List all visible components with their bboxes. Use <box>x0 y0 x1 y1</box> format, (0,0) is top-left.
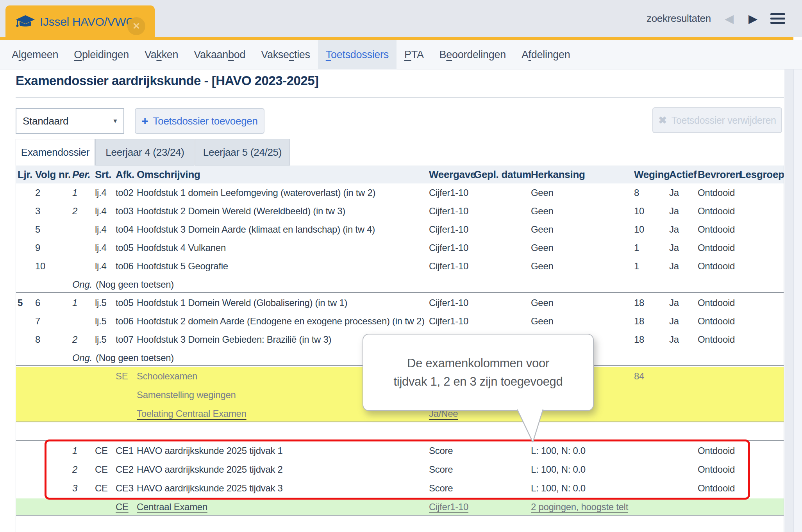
cell-oms[interactable]: Toelating Centraal Examen <box>137 404 246 423</box>
cell-per: 2 <box>72 330 77 349</box>
cell-actief: Ja <box>669 202 679 220</box>
cell-oms: Hoofdstuk 3 Domein Gebieden: Brazilië (i… <box>137 330 331 349</box>
cell-bevroren: Ontdooid <box>698 183 735 202</box>
table-row: CECentraal ExamenCijfer1-102 pogingen, h… <box>16 498 784 516</box>
cell-bevroren: Ontdooid <box>698 441 735 460</box>
tab-examendossier[interactable]: Examendossier <box>16 139 95 165</box>
cell-herk[interactable]: 2 pogingen, hoogste telt <box>531 498 628 516</box>
next-result-icon[interactable]: ▶ <box>748 0 757 37</box>
cell-afk: to06 <box>116 257 134 275</box>
graduation-cap-icon <box>16 15 35 34</box>
cell-per: Ong. <box>72 275 92 294</box>
nav-item-beoordelingen[interactable]: Beoordelingen <box>432 40 514 69</box>
vertical-scrollbar[interactable] <box>793 69 802 532</box>
col-header-srt: Srt. <box>95 165 111 183</box>
cell-weergave: Score <box>429 460 453 479</box>
cell-srt: lj.4 <box>95 202 106 220</box>
cell-per: 1 <box>72 294 77 312</box>
nav-item-toetsdossiers[interactable]: Toetsdossiers <box>318 40 397 69</box>
cell-volg: 6 <box>35 294 40 312</box>
cell-bevroren: Ontdooid <box>698 238 735 257</box>
cell-actief: Ja <box>669 183 679 202</box>
tab-leerjaar-5[interactable]: Leerjaar 5 (24/25) <box>195 139 290 165</box>
dossier-type-value: Standaard <box>23 109 68 133</box>
cell-per: 2 <box>72 460 77 479</box>
col-header-lesgroep: Lesgroep <box>739 165 784 183</box>
cell-herk: Geen <box>531 202 554 220</box>
cell-oms[interactable]: Centraal Examen <box>137 498 207 516</box>
cell-srt: lj.5 <box>95 294 106 312</box>
cell-per: 1 <box>72 441 77 460</box>
table-row: 2CECE2HAVO aardrijkskunde 2025 tijdvak 2… <box>16 460 784 479</box>
nav-item-algemeen[interactable]: Algemeen <box>4 40 66 69</box>
cell-weergave[interactable]: Cijfer1-10 <box>429 498 468 516</box>
session-tab[interactable]: IJssel HAVO/VWO ✕ <box>5 5 155 40</box>
cell-oms: Schoolexamen <box>137 367 197 386</box>
cell-herk: Geen <box>531 238 554 257</box>
cell-herk: L: 100, N: 0.0 <box>531 479 586 498</box>
cell-oms: HAVO aardrijkskunde 2025 tijdvak 2 <box>137 460 283 479</box>
cell-per: 2 <box>72 202 77 220</box>
cell-weging: 8 <box>634 183 639 202</box>
table-section-centraal-examen: CECentraal ExamenCijfer1-102 pogingen, h… <box>16 498 784 516</box>
table-row: 7lj.5to06Hoofdstuk 2 domein Aarde (Endog… <box>16 312 784 330</box>
cell-afk: to05 <box>116 294 134 312</box>
col-header-ljr: Ljr. <box>18 165 32 183</box>
nav-item-opleidingen[interactable]: Opleidingen <box>66 40 137 69</box>
cell-volg: 5 <box>35 220 40 238</box>
col-header-herkansing: Herkansing <box>531 165 585 183</box>
delete-toetsdossier-button[interactable]: ✖ Toetsdossier verwijderen <box>652 107 782 133</box>
cell-weging: 18 <box>634 294 644 312</box>
cell-srt: lj.4 <box>95 257 106 275</box>
nav-item-pta[interactable]: PTA <box>397 40 432 69</box>
cell-herk: L: 100, N: 0.0 <box>531 460 586 479</box>
search-results-label: zoekresultaten <box>647 0 711 37</box>
cell-weging: 18 <box>634 330 644 349</box>
table-section-spacer <box>16 423 784 441</box>
cell-herk: Geen <box>531 257 554 275</box>
col-header-actief: Actief <box>669 165 697 183</box>
cell-afk: CE3 <box>116 479 134 498</box>
cell-afk[interactable]: CE <box>116 498 129 516</box>
table-row: 3CECE3HAVO aardrijkskunde 2025 tijdvak 3… <box>16 479 784 498</box>
chevron-down-icon: ▼ <box>112 109 118 133</box>
cell-herk: Geen <box>531 183 554 202</box>
cell-herk: Geen <box>531 312 554 330</box>
menu-icon[interactable] <box>770 13 785 24</box>
add-toetsdossier-button[interactable]: + Toetsdossier toevoegen <box>135 108 264 134</box>
col-header-per: Per. <box>72 165 91 183</box>
nav-item-vakken[interactable]: Vakken <box>137 40 186 69</box>
cell-weging: 1 <box>634 238 639 257</box>
nav-item-vakaanbod[interactable]: Vakaanbod <box>186 40 253 69</box>
cell-bevroren: Ontdooid <box>698 220 735 238</box>
page-title: Examendossier aardrijkskunde - [HAVO 202… <box>16 73 319 88</box>
tab-leerjaar-4[interactable]: Leerjaar 4 (23/24) <box>95 139 195 165</box>
cell-afk: to03 <box>116 202 134 220</box>
cell-oms: HAVO aardrijkskunde 2025 tijdvak 1 <box>137 441 283 460</box>
table-section-ce-kolommen: 1CECE1HAVO aardrijkskunde 2025 tijdvak 1… <box>16 441 784 498</box>
cell-oms: Hoofdstuk 2 domein Aarde (Endogene en ex… <box>137 312 425 330</box>
previous-result-icon[interactable]: ◀ <box>725 0 734 37</box>
cell-actief: Ja <box>669 330 679 349</box>
cell-bevroren: Ontdooid <box>698 294 735 312</box>
cell-afk: CE2 <box>116 460 134 479</box>
cell-note: (Nog geen toetsen) <box>96 275 174 294</box>
cell-per: Ong. <box>72 349 92 367</box>
col-header-omschrijving: Omschrijving <box>137 165 200 183</box>
cell-volg: 10 <box>35 257 45 275</box>
dossier-type-select[interactable]: Standaard ▼ <box>16 108 124 134</box>
table-row: 5lj.4to04Hoofdstuk 3 Domein Aarde (klima… <box>16 220 784 238</box>
nav-item-vaksecties[interactable]: Vaksecties <box>253 40 318 69</box>
cell-herk: L: 100, N: 0.0 <box>531 441 586 460</box>
cell-oms: HAVO aardrijkskunde 2025 tijdvak 3 <box>137 479 283 498</box>
cell-weging: 18 <box>634 312 644 330</box>
cell-volg: 3 <box>35 202 40 220</box>
cell-srt: lj.4 <box>95 220 106 238</box>
cell-weergave: Cijfer1-10 <box>429 294 468 312</box>
cell-volg: 8 <box>35 330 40 349</box>
table-row: 21lj.4to02Hoofdstuk 1 domein Leefomgevin… <box>16 183 784 202</box>
cell-oms: Hoofdstuk 5 Geografie <box>137 257 228 275</box>
cell-weergave: Cijfer1-10 <box>429 220 468 238</box>
close-icon[interactable]: ✕ <box>127 17 145 35</box>
nav-item-afdelingen[interactable]: Afdelingen <box>514 40 578 69</box>
